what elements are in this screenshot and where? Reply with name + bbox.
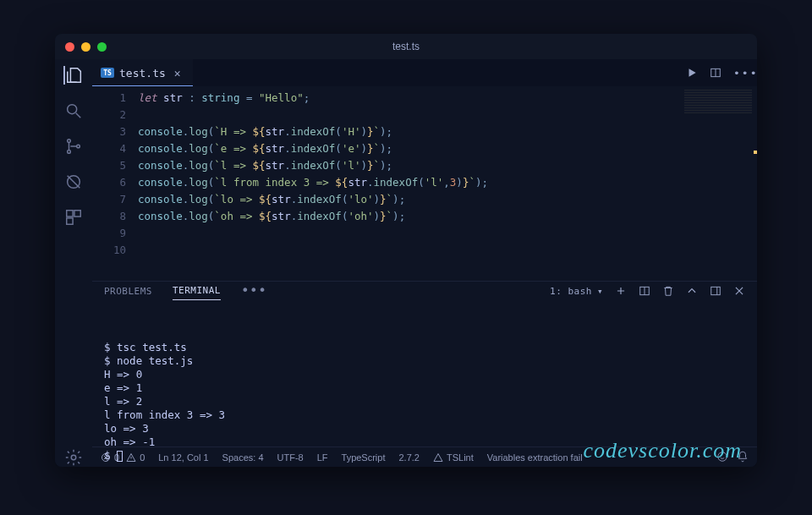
line-number: 4 <box>92 140 126 157</box>
code-line[interactable] <box>138 242 757 259</box>
terminal-line: e => 1 <box>104 381 745 395</box>
code-line[interactable] <box>138 225 757 242</box>
tab-close-icon[interactable]: ✕ <box>171 67 184 79</box>
line-number: 3 <box>92 123 126 140</box>
line-number: 10 <box>92 242 126 259</box>
panel-actions: 1: bash ▾ <box>550 285 745 297</box>
line-number: 1 <box>92 90 126 107</box>
more-icon[interactable]: ••• <box>733 67 745 79</box>
maximize-panel-icon[interactable] <box>710 285 721 297</box>
svg-point-1 <box>68 140 71 143</box>
chevron-up-icon[interactable] <box>686 285 698 297</box>
terminal-line: $ node test.js <box>104 354 745 368</box>
run-icon[interactable] <box>686 67 698 79</box>
terminal-line: l => 2 <box>104 395 745 408</box>
debug-icon[interactable] <box>64 173 83 191</box>
tab-problems[interactable]: PROBLEMS <box>104 282 152 300</box>
new-terminal-icon[interactable] <box>615 285 627 297</box>
line-number: 2 <box>92 107 126 123</box>
code-line[interactable]: console.log(`lo => ${str.indexOf('lo')}`… <box>138 191 757 208</box>
terminal-cursor <box>117 451 123 462</box>
line-number: 9 <box>92 225 126 242</box>
line-number: 5 <box>92 157 126 174</box>
editor-tabs: TS test.ts ✕ ••• <box>92 59 757 86</box>
tab-label: test.ts <box>119 67 166 79</box>
code-line[interactable]: console.log(`oh => ${str.indexOf('oh')}`… <box>138 208 757 225</box>
code-line[interactable]: console.log(`l from index 3 => ${str.ind… <box>138 174 757 191</box>
terminal-select-label: 1: bash <box>550 286 592 297</box>
extensions-icon[interactable] <box>64 208 83 227</box>
svg-point-0 <box>68 105 77 114</box>
editor[interactable]: 12345678910 let str : string = "Hello"; … <box>92 86 757 281</box>
svg-point-3 <box>77 145 80 148</box>
files-icon[interactable] <box>63 66 82 85</box>
line-number-gutter: 12345678910 <box>92 86 138 281</box>
typescript-icon: TS <box>101 68 114 78</box>
svg-rect-6 <box>74 211 80 216</box>
settings-gear-icon[interactable] <box>64 448 83 467</box>
source-control-icon[interactable] <box>64 137 83 156</box>
terminal-line: l from index 3 => 3 <box>104 408 745 422</box>
terminal-select[interactable]: 1: bash ▾ <box>550 286 603 297</box>
editor-actions: ••• <box>686 59 757 86</box>
code-line[interactable]: console.log(`e => ${str.indexOf('e')}`); <box>138 140 757 157</box>
split-terminal-icon[interactable] <box>639 285 650 297</box>
code-line[interactable] <box>138 107 757 123</box>
panel-tabs: PROBLEMS TERMINAL ••• 1: bash ▾ <box>92 282 757 300</box>
watermark-text: codevscolor.com <box>583 444 742 457</box>
search-icon[interactable] <box>64 101 83 120</box>
kill-terminal-icon[interactable] <box>662 285 674 297</box>
body: TS test.ts ✕ ••• 12345678910 let st <box>55 59 757 467</box>
code-line[interactable]: console.log(`l => ${str.indexOf('l')}`); <box>138 157 757 174</box>
line-number: 7 <box>92 191 126 208</box>
line-number: 8 <box>92 208 126 225</box>
svg-point-8 <box>71 455 76 460</box>
terminal-line: $ tsc test.ts <box>104 341 745 354</box>
terminal-line: lo => 3 <box>104 422 745 436</box>
terminal-output[interactable]: codevscolor.com $ tsc test.ts$ node test… <box>92 300 757 466</box>
minimap-mark <box>754 151 757 154</box>
terminal-line: H => 0 <box>104 368 745 381</box>
panel-more-icon[interactable]: ••• <box>241 284 266 298</box>
titlebar: test.ts <box>55 34 757 59</box>
window-title: test.ts <box>55 41 757 52</box>
svg-point-2 <box>68 151 71 154</box>
svg-rect-7 <box>67 218 73 224</box>
line-number: 6 <box>92 174 126 191</box>
code-line[interactable]: console.log(`H => ${str.indexOf('H')}`); <box>138 123 757 140</box>
main-area: TS test.ts ✕ ••• 12345678910 let st <box>92 59 757 467</box>
code-area[interactable]: let str : string = "Hello"; console.log(… <box>138 86 757 281</box>
svg-rect-5 <box>67 211 73 216</box>
code-line[interactable]: let str : string = "Hello"; <box>138 90 757 107</box>
activity-bar <box>55 59 92 467</box>
close-panel-icon[interactable] <box>733 285 745 297</box>
app-window: test.ts <box>55 34 757 467</box>
tab-test-ts[interactable]: TS test.ts ✕ <box>92 59 193 86</box>
minimap[interactable] <box>684 90 752 113</box>
bottom-panel: PROBLEMS TERMINAL ••• 1: bash ▾ <box>92 281 757 447</box>
tab-terminal[interactable]: TERMINAL <box>173 282 221 300</box>
dropdown-icon: ▾ <box>597 286 603 297</box>
svg-rect-11 <box>711 287 721 294</box>
split-editor-icon[interactable] <box>710 67 721 79</box>
